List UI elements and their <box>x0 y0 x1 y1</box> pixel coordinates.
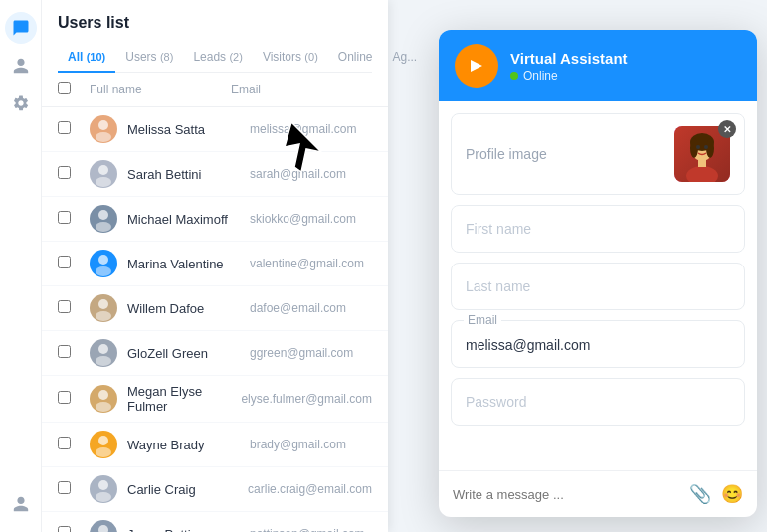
email-value: melissa@gmail.com <box>466 337 730 353</box>
row-checkbox[interactable] <box>58 255 82 272</box>
user-email: brady@gmail.com <box>250 438 372 451</box>
select-all-checkbox[interactable] <box>58 81 82 98</box>
svg-point-18 <box>98 525 108 532</box>
last-name-field[interactable]: Last name <box>451 263 745 310</box>
user-name: Marina Valentine <box>127 257 250 271</box>
row-checkbox[interactable] <box>58 525 82 532</box>
table-row[interactable]: Melissa Satta melissa@gmail.com <box>42 107 388 152</box>
sidebar-item-chat[interactable] <box>5 12 37 44</box>
svg-point-14 <box>98 436 108 445</box>
status-dot <box>510 72 518 80</box>
svg-point-3 <box>96 177 111 187</box>
avatar <box>90 475 117 503</box>
svg-point-0 <box>98 120 108 130</box>
profile-image-field: Profile image <box>451 113 745 195</box>
first-name-field[interactable]: First name <box>451 205 745 253</box>
bot-name: Virtual Assistant <box>510 50 741 67</box>
remove-image-button[interactable]: ✕ <box>718 120 736 138</box>
table-row[interactable]: Megan Elyse Fulmer elyse.fulmer@gmail.co… <box>42 376 388 423</box>
row-checkbox[interactable] <box>58 120 82 138</box>
user-email: skiokko@gmail.com <box>250 212 372 226</box>
svg-rect-28 <box>698 159 706 167</box>
user-name: Melissa Satta <box>127 122 250 137</box>
table-row[interactable]: Willem Dafoe dafoe@email.com <box>42 286 388 331</box>
chat-body: Profile image <box>439 101 757 470</box>
tab-leads[interactable]: Leads (2) <box>183 42 253 72</box>
profile-image-label: Profile image <box>466 146 547 162</box>
status-text: Online <box>523 69 558 83</box>
svg-point-1 <box>96 132 111 142</box>
tab-visitors[interactable]: Visitors (0) <box>253 42 328 72</box>
avatar <box>90 294 117 322</box>
row-checkbox[interactable] <box>58 165 82 183</box>
svg-point-10 <box>98 344 108 354</box>
user-name: GloZell Green <box>127 346 250 361</box>
svg-point-29 <box>696 145 700 149</box>
tab-all[interactable]: All (10) <box>58 42 115 72</box>
row-checkbox[interactable] <box>58 210 82 228</box>
avatar <box>90 160 117 188</box>
users-tabs: All (10) Users (8) Leads (2) Visitors (0… <box>58 42 372 73</box>
tab-online[interactable]: Online <box>328 42 383 72</box>
email-label: Email <box>464 313 501 327</box>
svg-point-2 <box>98 165 108 175</box>
svg-point-13 <box>96 402 111 412</box>
profile-image-row: Profile image <box>466 126 730 182</box>
avatar <box>90 250 117 277</box>
password-label: Password <box>466 394 526 410</box>
user-email: ggreen@gmail.com <box>250 346 372 360</box>
table-row[interactable]: Marina Valentine valentine@gmail.com <box>42 242 388 286</box>
password-field[interactable]: Password <box>451 378 745 426</box>
row-checkbox[interactable] <box>58 390 82 408</box>
table-row[interactable]: GloZell Green ggreen@gmail.com <box>42 331 388 376</box>
column-header-email: Email <box>231 83 372 96</box>
svg-point-30 <box>704 145 708 149</box>
sidebar-item-contacts[interactable] <box>5 50 37 82</box>
last-name-label: Last name <box>466 278 530 294</box>
first-name-label: First name <box>466 221 531 237</box>
chat-status: Online <box>510 69 741 83</box>
bot-avatar <box>455 44 498 88</box>
svg-point-5 <box>96 222 111 232</box>
attachment-icon[interactable]: 📎 <box>689 483 711 505</box>
user-name: Michael Maximoff <box>127 212 250 227</box>
emoji-icon[interactable]: 😊 <box>721 483 743 505</box>
svg-point-11 <box>96 356 111 366</box>
avatar <box>90 205 117 233</box>
user-email: dafoe@email.com <box>250 301 372 315</box>
sidebar-item-user[interactable] <box>5 488 37 520</box>
row-checkbox[interactable] <box>58 436 82 453</box>
users-main-content: Users list All (10) Users (8) Leads (2) … <box>42 0 388 532</box>
user-email: elyse.fulmer@gmail.com <box>241 392 372 406</box>
users-panel: Users list All (10) Users (8) Leads (2) … <box>0 0 388 532</box>
user-email: pattinson@gmail.com <box>250 527 372 532</box>
tab-ag[interactable]: Ag... <box>383 42 428 72</box>
email-field[interactable]: Email melissa@gmail.com <box>451 320 745 368</box>
table-row[interactable]: Michael Maximoff skiokko@gmail.com <box>42 197 388 242</box>
chat-header: Virtual Assistant Online <box>439 30 757 101</box>
row-checkbox[interactable] <box>58 299 82 317</box>
svg-point-4 <box>98 210 108 220</box>
avatar <box>90 339 117 367</box>
table-row[interactable]: Jesse Pattinson pattinson@gmail.com <box>42 512 388 532</box>
chat-info: Virtual Assistant Online <box>510 50 741 83</box>
svg-point-7 <box>96 266 111 276</box>
row-checkbox[interactable] <box>58 344 82 362</box>
user-name: Willem Dafoe <box>127 301 250 316</box>
avatar <box>90 385 117 413</box>
table-row[interactable]: Carlie Craig carlie.craig@email.com <box>42 467 388 512</box>
table-row[interactable]: Wayne Brady brady@gmail.com <box>42 423 388 467</box>
users-table: Melissa Satta melissa@gmail.com Sarah Be… <box>42 107 388 532</box>
table-row[interactable]: Sarah Bettini sarah@gmail.com <box>42 152 388 197</box>
user-email: valentine@gmail.com <box>250 257 372 270</box>
table-header: Full name Email <box>42 73 388 107</box>
sidebar-icons <box>0 0 42 532</box>
svg-point-6 <box>98 255 108 265</box>
svg-point-16 <box>98 480 108 490</box>
message-input[interactable] <box>453 487 679 502</box>
user-email: melissa@gmail.com <box>250 122 372 136</box>
sidebar-item-settings[interactable] <box>5 88 37 119</box>
tab-users[interactable]: Users (8) <box>115 42 183 72</box>
row-checkbox[interactable] <box>58 480 82 498</box>
column-header-name: Full name <box>90 83 231 96</box>
